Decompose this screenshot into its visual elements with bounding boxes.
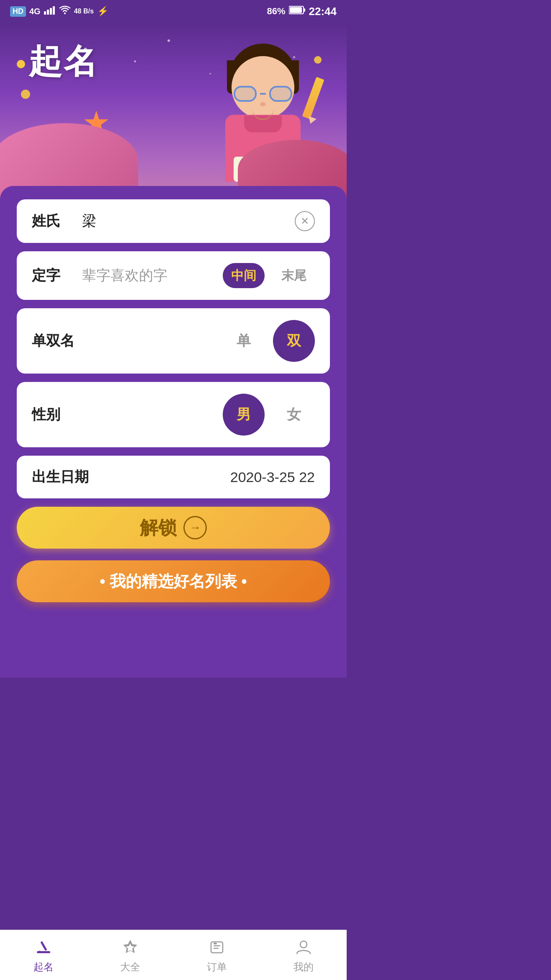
- signal-bars: [44, 5, 56, 17]
- toggle-middle[interactable]: 中间: [223, 263, 265, 288]
- main-card: 姓氏 ✕ 定字 辈字喜欢的字 中间 末尾 单双名 单 双 性别 男 女 出生日期…: [0, 186, 347, 678]
- birthdate-value: 2020-3-25 22: [230, 469, 315, 485]
- fixed-char-placeholder: 辈字喜欢的字: [74, 266, 223, 285]
- toggle-female[interactable]: 女: [273, 394, 315, 436]
- arrow-circle: →: [183, 516, 207, 539]
- gender-toggle-group: 男 女: [223, 394, 315, 436]
- clear-button[interactable]: ✕: [295, 211, 315, 231]
- app-title: 起名: [17, 39, 99, 85]
- time-display: 22:44: [309, 5, 337, 18]
- svg-rect-1: [47, 10, 49, 15]
- mylist-button[interactable]: • 我的精选好名列表 •: [17, 560, 330, 602]
- svg-point-4: [64, 13, 66, 14]
- toggle-end[interactable]: 末尾: [273, 263, 315, 288]
- unlock-label: 解锁: [140, 516, 177, 540]
- surname-field: 姓氏 ✕: [17, 199, 330, 243]
- surname-label: 姓氏: [32, 211, 74, 231]
- toggle-male[interactable]: 男: [223, 394, 265, 436]
- svg-rect-0: [44, 11, 46, 15]
- arrow-icon: →: [189, 521, 201, 534]
- speed-indicator: 48 B/s: [74, 8, 94, 15]
- status-bar: HD 4G 48 B/s ⚡ 86%: [0, 0, 347, 23]
- gender-label: 性别: [32, 405, 74, 424]
- name-type-toggle-group: 单 双: [223, 320, 315, 362]
- usb-icon: ⚡: [97, 6, 108, 17]
- name-type-label: 单双名: [32, 331, 75, 351]
- svg-rect-6: [304, 8, 305, 12]
- status-left: HD 4G 48 B/s ⚡: [10, 5, 108, 17]
- wifi-icon: [59, 5, 71, 17]
- birthdate-label: 出生日期: [32, 467, 89, 487]
- mylist-label: • 我的精选好名列表 •: [100, 571, 247, 592]
- gender-field: 性别 男 女: [17, 382, 330, 447]
- unlock-button[interactable]: 解锁 →: [17, 507, 330, 549]
- battery-percent: 86%: [267, 6, 285, 17]
- fixed-char-toggle-group: 中间 末尾: [223, 263, 315, 288]
- svg-rect-2: [50, 8, 52, 15]
- status-right: 86% 22:44: [267, 5, 337, 18]
- fixed-char-field: 定字 辈字喜欢的字 中间 末尾: [17, 251, 330, 300]
- birthdate-field[interactable]: 出生日期 2020-3-25 22: [17, 456, 330, 498]
- svg-rect-7: [290, 7, 302, 13]
- toggle-single[interactable]: 单: [223, 320, 265, 362]
- network-signal: 4G: [29, 7, 41, 16]
- svg-rect-3: [53, 6, 55, 15]
- battery-icon: [289, 5, 306, 17]
- hero-section: 起名: [0, 23, 347, 199]
- title-dot: [17, 60, 25, 68]
- toggle-double[interactable]: 双: [273, 320, 315, 362]
- hd-badge: HD: [10, 6, 26, 17]
- name-type-field: 单双名 单 双: [17, 308, 330, 374]
- surname-input[interactable]: [74, 213, 295, 230]
- fixed-char-label: 定字: [32, 266, 74, 285]
